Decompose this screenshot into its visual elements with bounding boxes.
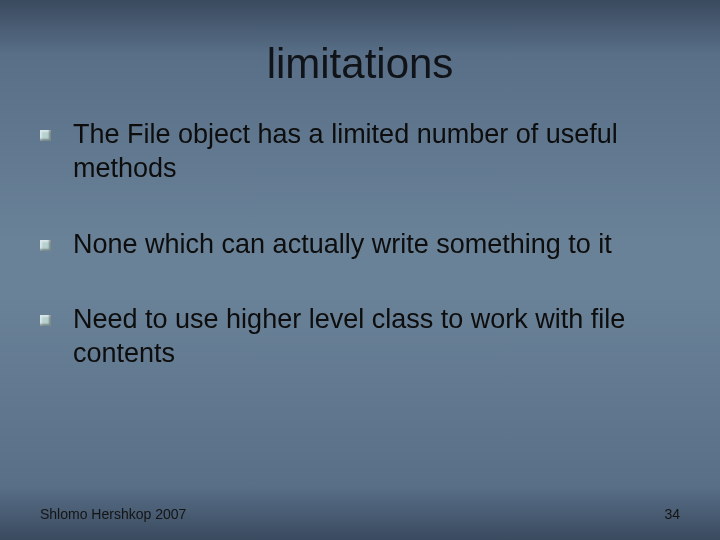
slide-number: 34 — [664, 506, 680, 522]
bullet-item: The File object has a limited number of … — [40, 118, 680, 186]
bullet-text: None which can actually write something … — [73, 228, 612, 262]
slide-title: limitations — [0, 0, 720, 88]
bullet-item: None which can actually write something … — [40, 228, 680, 262]
slide-body: The File object has a limited number of … — [0, 88, 720, 371]
bullet-text: The File object has a limited number of … — [73, 118, 680, 186]
square-bullet-icon — [40, 130, 51, 141]
square-bullet-icon — [40, 315, 51, 326]
slide: limitations The File object has a limite… — [0, 0, 720, 540]
bullet-text: Need to use higher level class to work w… — [73, 303, 680, 371]
square-bullet-icon — [40, 240, 51, 251]
footer-author: Shlomo Hershkop 2007 — [40, 506, 186, 522]
bullet-item: Need to use higher level class to work w… — [40, 303, 680, 371]
slide-footer: Shlomo Hershkop 2007 34 — [0, 506, 720, 522]
